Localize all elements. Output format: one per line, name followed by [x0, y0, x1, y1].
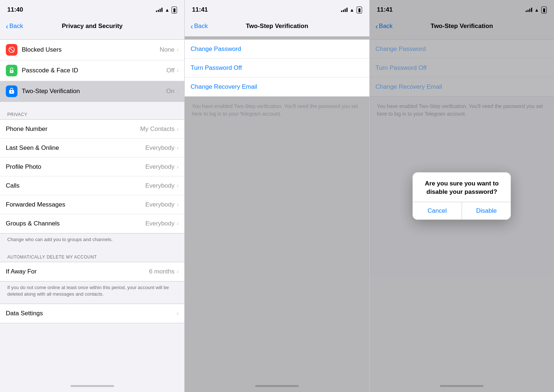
disable-password-dialog: Are you sure you want to disable your pa…: [413, 172, 511, 219]
panel3: 11:41 ▲ ▮ ‹ Back Two-Step Verification C…: [370, 0, 554, 392]
data-settings-item[interactable]: Data Settings ›: [0, 304, 184, 323]
blocked-users-value: None: [160, 46, 174, 53]
svg-point-3: [11, 71, 12, 72]
nav-title-panel1: Privacy and Security: [62, 23, 123, 30]
change-recovery-label-p2: Change Recovery Email: [190, 83, 363, 91]
back-label-panel2: Back: [194, 23, 208, 30]
security-section: Blocked Users None › Passcode & Face ID …: [0, 39, 184, 102]
data-settings-section: Data Settings ›: [0, 304, 184, 323]
groups-chevron: ›: [177, 220, 178, 227]
data-settings-list: Data Settings ›: [0, 304, 184, 323]
turn-password-off-label-p2: Turn Password Off: [190, 64, 363, 72]
profile-photo-item[interactable]: Profile Photo Everybody ›: [0, 157, 184, 176]
back-label-panel1: Back: [9, 23, 23, 30]
signal-bar-2: [158, 10, 159, 12]
groups-channels-item[interactable]: Groups & Channels Everybody ›: [0, 214, 184, 233]
status-bar-panel2: 11:41 ▲ ▮: [185, 0, 369, 17]
back-chevron-panel1: ‹: [6, 22, 8, 31]
profile-photo-chevron: ›: [177, 164, 178, 170]
battery-icon-panel2: ▮: [357, 7, 362, 13]
disable-button[interactable]: Disable: [462, 202, 511, 220]
twostep-list-p2: Change Password Turn Password Off Change…: [185, 39, 369, 97]
signal-bar-p2-1: [341, 11, 342, 12]
data-settings-chevron: ›: [177, 310, 178, 317]
data-settings-label: Data Settings: [6, 310, 177, 317]
wifi-icon-panel1: ▲: [165, 7, 169, 13]
home-indicator-panel1: [0, 380, 184, 392]
nav-bar-panel1: ‹ Back Privacy and Security: [0, 17, 184, 36]
passcode-item[interactable]: Passcode & Face ID Off ›: [0, 60, 184, 81]
profile-photo-label: Profile Photo: [6, 163, 145, 171]
status-icons-panel2: ▲ ▮: [341, 7, 362, 13]
nav-bar-panel2: ‹ Back Two-Step Verification: [185, 17, 369, 36]
blocked-users-chevron: ›: [177, 47, 178, 53]
change-password-item-p2[interactable]: Change Password: [185, 40, 369, 59]
last-seen-value: Everybody: [145, 144, 174, 152]
nav-title-panel2: Two-Step Verification: [246, 23, 308, 30]
change-recovery-item-p2[interactable]: Change Recovery Email: [185, 77, 369, 96]
privacy-header: PRIVACY: [0, 109, 184, 119]
twostep-label: Two-Step Verification: [22, 88, 166, 95]
signal-bar-1: [156, 11, 157, 12]
privacy-footer: Change who can add you to groups and cha…: [0, 233, 184, 249]
forwarded-value: Everybody: [145, 201, 174, 208]
calls-label: Calls: [6, 182, 145, 189]
if-away-for-item[interactable]: If Away For 6 months ›: [0, 262, 184, 281]
signal-bars-panel2: [341, 8, 348, 12]
status-bar-panel1: 11:40 ▲ ▮: [0, 0, 184, 17]
last-seen-label: Last Seen & Online: [6, 144, 145, 152]
phone-number-label: Phone Number: [6, 125, 140, 133]
autodelete-header: AUTOMATICALLY DELETE MY ACCOUNT: [0, 252, 184, 262]
forwarded-label: Forwarded Messages: [6, 201, 145, 208]
status-icons-panel1: ▲ ▮: [156, 7, 177, 13]
svg-line-1: [9, 48, 14, 52]
passcode-chevron: ›: [177, 67, 178, 74]
if-away-label: If Away For: [6, 268, 149, 275]
privacy-section: PRIVACY Phone Number My Contacts › Last …: [0, 109, 184, 249]
signal-bars-panel1: [156, 8, 162, 12]
status-time-panel1: 11:40: [7, 6, 23, 13]
phone-number-chevron: ›: [177, 126, 178, 132]
privacy-list: Phone Number My Contacts › Last Seen & O…: [0, 119, 184, 233]
phone-number-value: My Contacts: [140, 125, 174, 133]
turn-password-off-item-p2[interactable]: Turn Password Off: [185, 59, 369, 77]
last-seen-chevron: ›: [177, 145, 178, 151]
back-button-panel1[interactable]: ‹ Back: [6, 22, 23, 31]
phone-number-item[interactable]: Phone Number My Contacts ›: [0, 120, 184, 139]
calls-chevron: ›: [177, 183, 178, 189]
dialog-content: Are you sure you want to disable your pa…: [413, 172, 511, 201]
calls-value: Everybody: [145, 182, 174, 189]
autodelete-list: If Away For 6 months ›: [0, 262, 184, 281]
if-away-value: 6 months: [149, 268, 174, 275]
back-button-panel2[interactable]: ‹ Back: [190, 22, 208, 31]
panel2: 11:41 ▲ ▮ ‹ Back Two-Step Verification C…: [185, 0, 369, 392]
profile-photo-value: Everybody: [145, 163, 174, 171]
security-list: Blocked Users None › Passcode & Face ID …: [0, 39, 184, 102]
last-seen-item[interactable]: Last Seen & Online Everybody ›: [0, 139, 184, 157]
signal-bar-p2-3: [345, 9, 346, 12]
passcode-value: Off: [166, 67, 174, 74]
back-chevron-panel2: ‹: [190, 22, 193, 31]
twostep-item[interactable]: Two-Step Verification On ›: [0, 81, 184, 101]
signal-bar-3: [160, 9, 161, 12]
dialog-title: Are you sure you want to disable your pa…: [418, 180, 505, 196]
passcode-icon: [8, 67, 15, 74]
battery-icon-panel1: ▮: [172, 7, 177, 13]
twostep-chevron: ›: [177, 88, 178, 95]
blocked-users-icon-bg: [6, 44, 17, 56]
groups-value: Everybody: [145, 220, 174, 227]
status-time-panel2: 11:41: [192, 6, 208, 13]
dialog-overlay: Are you sure you want to disable your pa…: [370, 0, 554, 392]
signal-bar-p2-2: [343, 10, 344, 12]
cancel-button[interactable]: Cancel: [413, 202, 462, 220]
twostep-value: On: [166, 88, 174, 95]
calls-item[interactable]: Calls Everybody ›: [0, 176, 184, 195]
svg-point-5: [11, 91, 12, 92]
blocked-users-item[interactable]: Blocked Users None ›: [0, 40, 184, 60]
forwarded-chevron: ›: [177, 201, 178, 208]
change-password-label-p2: Change Password: [190, 45, 363, 53]
twostep-icon: [8, 88, 15, 95]
blocked-users-icon: [8, 46, 15, 53]
autodelete-section: AUTOMATICALLY DELETE MY ACCOUNT If Away …: [0, 252, 184, 303]
forwarded-messages-item[interactable]: Forwarded Messages Everybody ›: [0, 195, 184, 214]
